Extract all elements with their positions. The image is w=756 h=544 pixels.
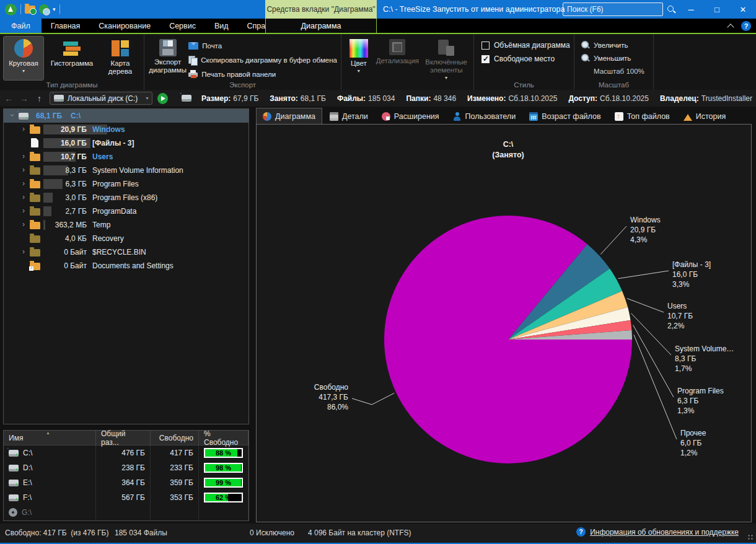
tree-row[interactable]: ›3,0 ГБProgram Files (x86) bbox=[4, 191, 248, 204]
pie-chart[interactable]: C:\(Занято)Windows20,9 ГБ4,3%[Файлы - 3]… bbox=[257, 125, 751, 522]
chevron-collapsed-icon[interactable]: › bbox=[20, 193, 27, 201]
sort-ascending-icon[interactable]: ▲ bbox=[46, 431, 50, 435]
view-tab-diagram[interactable]: Диаграмма bbox=[256, 108, 322, 124]
chart-type-histogram-button[interactable]: Гистограмма bbox=[45, 37, 99, 80]
column-header[interactable]: % Свободно bbox=[199, 431, 248, 445]
drive-row[interactable]: C:\476 ГБ417 ГБ88 % bbox=[4, 445, 248, 460]
chevron-collapsed-icon[interactable]: › bbox=[20, 179, 27, 188]
qat-dropdown-icon[interactable]: ▾ bbox=[53, 7, 56, 12]
view-tab-details[interactable]: Детали bbox=[323, 109, 374, 124]
drive-row[interactable]: D:\238 ГБ233 ГБ98 % bbox=[4, 460, 248, 475]
included-elements-button[interactable]: Включённые элементы ▾ bbox=[423, 37, 470, 80]
tab-сервис[interactable]: Сервис bbox=[160, 19, 205, 33]
minimize-button[interactable]: ─ bbox=[678, 0, 704, 19]
mail-button[interactable]: Почта bbox=[188, 40, 337, 51]
tree-item-name: System Volume Information bbox=[92, 166, 183, 175]
tree-row[interactable]: ›68,1 ГБC:\ bbox=[4, 109, 248, 123]
tree-row[interactable]: ›20,9 ГБWindows bbox=[4, 123, 248, 136]
chevron-collapsed-icon[interactable]: › bbox=[20, 220, 27, 229]
search-box[interactable] bbox=[563, 2, 663, 16]
free-percent-bar: 98 % bbox=[204, 463, 243, 473]
tab-file[interactable]: Файл bbox=[0, 19, 42, 33]
zoom-in-button[interactable]: Увеличить bbox=[581, 39, 649, 51]
chevron-collapsed-icon[interactable]: › bbox=[20, 152, 27, 160]
title-bar: ▾ Средства вкладки "Диаграмма" C:\ - Tre… bbox=[0, 0, 756, 19]
forward-icon[interactable]: → bbox=[19, 94, 30, 103]
tree-row[interactable]: ›0 Байт$RECYCLE.BIN bbox=[4, 245, 248, 259]
chevron-collapsed-icon[interactable]: › bbox=[20, 165, 27, 174]
window-controls: ─ □ ✕ bbox=[678, 0, 756, 19]
print-icon bbox=[188, 70, 198, 78]
chart-type-treemap-button[interactable]: Карта дерева bbox=[100, 37, 140, 80]
tree-row[interactable]: 4,0 КБRecovery bbox=[4, 232, 248, 245]
drive-icon bbox=[54, 95, 64, 102]
export-chart-button[interactable]: Экспорт диаграммы bbox=[148, 37, 187, 80]
search-icon[interactable] bbox=[667, 5, 675, 14]
slice-label: Users bbox=[667, 302, 687, 310]
slice-label: Свободно bbox=[314, 383, 348, 392]
view-tab-history[interactable]: История bbox=[677, 109, 732, 124]
column-header[interactable]: Свободно bbox=[151, 431, 199, 445]
drive-row[interactable]: G:\ bbox=[4, 505, 248, 520]
drive-name: F:\ bbox=[23, 493, 32, 502]
chevron-collapsed-icon[interactable]: › bbox=[20, 206, 27, 215]
copy-icon bbox=[188, 56, 197, 64]
search-input[interactable] bbox=[563, 5, 667, 14]
help-icon[interactable]: ? bbox=[741, 21, 751, 31]
back-icon[interactable]: ← bbox=[4, 94, 14, 103]
scan-drive-icon[interactable] bbox=[39, 4, 49, 14]
slice-label: 417,3 ГБ bbox=[319, 393, 348, 401]
contextual-tab-header: Средства вкладки "Диаграмма" bbox=[265, 0, 377, 19]
chevron-expanded-icon[interactable]: › bbox=[8, 112, 17, 119]
drive-select[interactable]: Локальный диск (C:) ▾ bbox=[50, 92, 153, 105]
tab-diagram-contextual[interactable]: Диаграмма bbox=[265, 19, 377, 33]
view-tab-users[interactable]: Пользователи bbox=[447, 109, 522, 124]
drive-row[interactable]: E:\364 ГБ359 ГБ99 % bbox=[4, 475, 248, 490]
tree-item-name: Windows bbox=[92, 125, 125, 134]
treesize-window: ▾ Средства вкладки "Диаграмма" C:\ - Tre… bbox=[0, 0, 756, 544]
slice-label: 16,0 ГБ bbox=[672, 270, 698, 279]
tab-вид[interactable]: Вид bbox=[205, 19, 238, 33]
tree-row[interactable]: ↗0 БайтDocuments and Settings bbox=[4, 259, 248, 273]
slice-label: 6,3 ГБ bbox=[677, 397, 699, 405]
tree-item-size: 363,2 МБ bbox=[43, 221, 87, 229]
zoom-out-button[interactable]: Уменьшить bbox=[581, 52, 649, 64]
free-space-checkbox[interactable]: Свободное место bbox=[481, 53, 570, 65]
start-scan-button[interactable] bbox=[157, 93, 168, 104]
tree-row[interactable]: ›2,7 ГБProgramData bbox=[4, 204, 248, 218]
color-button[interactable]: Цвет ▾ bbox=[345, 37, 372, 80]
collapse-ribbon-icon[interactable] bbox=[728, 23, 734, 29]
slice-label: Прочее bbox=[680, 429, 706, 437]
chevron-collapsed-icon[interactable]: › bbox=[20, 125, 27, 133]
dropdown-icon: ▾ bbox=[22, 69, 25, 73]
update-info-link[interactable]: Информация об обновлениях и поддержке bbox=[590, 528, 739, 537]
up-icon[interactable]: ↑ bbox=[34, 94, 45, 103]
chevron-collapsed-icon[interactable]: › bbox=[20, 247, 27, 256]
print-panel-button[interactable]: Печать правой панели bbox=[188, 68, 337, 80]
tree-row[interactable]: ›8,3 ГБSystem Volume Information bbox=[4, 164, 248, 177]
resize-grip[interactable] bbox=[747, 534, 754, 540]
copy-chart-button[interactable]: Скопировать диаграмму в буфер обмена bbox=[188, 54, 337, 66]
view-tab-extensions[interactable]: Расширения bbox=[376, 109, 446, 124]
tab-сканирование[interactable]: Сканирование bbox=[89, 19, 160, 33]
drive-row[interactable]: F:\567 ГБ353 ГБ62 % bbox=[4, 490, 248, 505]
tree-row[interactable]: ›6,3 ГБProgram Files bbox=[4, 177, 248, 191]
view-tab-file-age[interactable]: Возраст файлов bbox=[523, 109, 607, 124]
tab-главная[interactable]: Главная bbox=[42, 19, 90, 33]
chart-type-pie-button[interactable]: Круговая▾ bbox=[4, 37, 43, 80]
view-tab-top-files[interactable]: Топ файлов bbox=[609, 109, 676, 124]
tree-item-name: $RECYCLE.BIN bbox=[92, 248, 146, 257]
slice-label: 2,2% bbox=[667, 322, 685, 330]
tree-row[interactable]: ›10,7 ГБUsers bbox=[4, 150, 248, 164]
info-icon: ? bbox=[576, 527, 586, 537]
volume-chart-checkbox[interactable]: Объёмная диаграмма bbox=[481, 39, 570, 51]
detail-level-button[interactable]: Детализация bbox=[374, 37, 422, 80]
status-bar: Свободно: 417 ГБ (из 476 ГБ)185 034 Файл… bbox=[0, 524, 756, 543]
close-button[interactable]: ✕ bbox=[730, 0, 756, 19]
tree-row[interactable]: ›363,2 МБTemp bbox=[4, 218, 248, 232]
maximize-button[interactable]: □ bbox=[704, 0, 730, 19]
ribbon-group-chart-type: Круговая▾ГистограммаКарта дереваТип диаг… bbox=[0, 34, 144, 90]
tree-row[interactable]: 16,0 ГБ[Файлы - 3] bbox=[4, 136, 248, 150]
column-header[interactable]: Общий раз... bbox=[96, 431, 151, 445]
scan-folder-icon[interactable] bbox=[25, 6, 35, 14]
